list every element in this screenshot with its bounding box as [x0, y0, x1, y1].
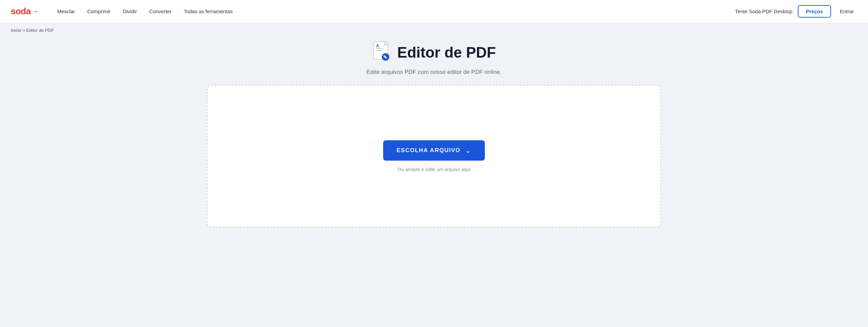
pdf-editor-icon: A — [372, 41, 392, 64]
drag-drop-text: Ou arraste e solte um arquivo aqui — [398, 167, 471, 172]
logo-text: soda — [11, 6, 31, 17]
nav-mesclar[interactable]: Mesclar — [53, 6, 80, 17]
nav-ferramentas[interactable]: Todas as ferramentas — [179, 6, 237, 17]
logo[interactable]: soda → — [11, 6, 39, 17]
nav-converter[interactable]: Converter — [144, 6, 176, 17]
entrar-button[interactable]: Entrar — [836, 6, 857, 17]
navbar: soda → Mesclar Comprimir Dividir Convert… — [0, 0, 868, 23]
nav-comprimir[interactable]: Comprimir — [82, 6, 115, 17]
dropzone[interactable]: ESCOLHA ARQUIVO ⌄ Ou arraste e solte um … — [207, 85, 661, 227]
precos-button[interactable]: Preços — [798, 5, 831, 18]
choose-file-button[interactable]: ESCOLHA ARQUIVO ⌄ — [383, 140, 485, 161]
page-subtitle: Edite arquivos PDF com nosso editor de P… — [367, 69, 501, 76]
main-content: A Editor de PDF Edite arquivos PDF com n… — [0, 38, 868, 241]
nav-links: Mesclar Comprimir Dividir Converter Toda… — [53, 6, 735, 17]
breadcrumb: Inicio > Editor de PDF — [0, 23, 868, 38]
breadcrumb-separator: > — [21, 28, 26, 33]
page-header: A Editor de PDF Edite arquivos PDF com n… — [367, 41, 501, 76]
nav-dividir[interactable]: Dividir — [118, 6, 142, 17]
page-title: Editor de PDF — [397, 44, 496, 61]
chevron-down-icon: ⌄ — [465, 146, 472, 155]
choose-file-label: ESCOLHA ARQUIVO — [397, 147, 460, 154]
svg-text:A: A — [376, 43, 379, 48]
logo-arrow: → — [32, 7, 39, 16]
try-desktop-link[interactable]: Tente Soda PDF Desktop — [735, 8, 792, 14]
breadcrumb-current: Editor de PDF — [26, 28, 54, 33]
svg-rect-2 — [376, 50, 382, 51]
navbar-right: Tente Soda PDF Desktop Preços Entrar — [735, 5, 857, 18]
breadcrumb-home[interactable]: Inicio — [11, 28, 21, 33]
page-title-row: A Editor de PDF — [372, 41, 496, 64]
